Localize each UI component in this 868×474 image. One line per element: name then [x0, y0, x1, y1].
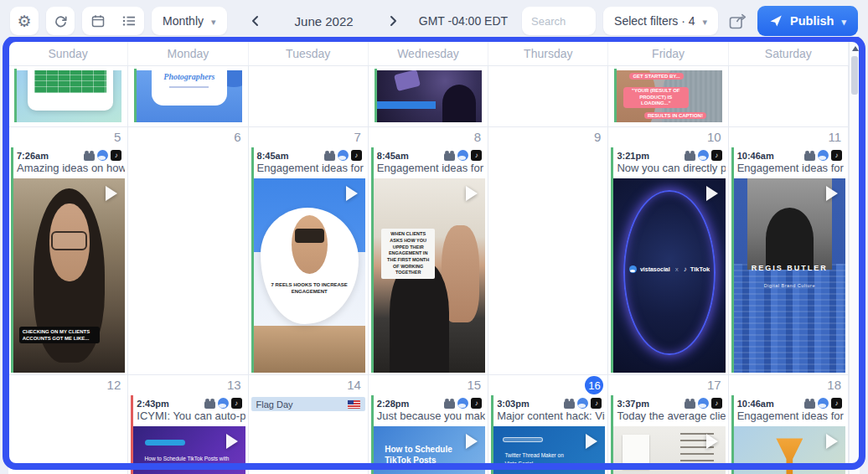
view-mode-dropdown[interactable]: Monthly	[152, 7, 227, 35]
post-icons: ♪	[804, 150, 842, 161]
post-header: 8:45am♪	[374, 147, 485, 162]
date-row: 15	[369, 375, 488, 395]
post-thumbnail[interactable]: 7 REELS HOOKS TO INCREASE ENGAGEMENT	[254, 178, 365, 373]
search-input[interactable]	[522, 7, 596, 35]
post-item[interactable]: 3:21pm♪Now you can directly p...vistasoc…	[611, 147, 725, 373]
decor	[51, 231, 87, 250]
date-label: 13	[227, 378, 241, 394]
calendar-cell[interactable]	[488, 66, 608, 127]
post-item[interactable]: 7:26am♪Amazing ideas on how ...CHECKING …	[11, 147, 125, 373]
post-thumbnail[interactable]: vistasocialX♪TikTok	[613, 178, 725, 373]
calendar-cell[interactable]: 12	[8, 375, 128, 474]
video-camera-icon	[444, 153, 455, 161]
chevron-down-icon	[703, 14, 708, 28]
post-time: 10:46am	[737, 151, 774, 161]
day-header: Saturday	[729, 41, 849, 65]
day-header: Tuesday	[249, 41, 369, 65]
post-thumbnail[interactable]: How to Schedule TikTok Posts with Vista …	[133, 426, 245, 474]
calendar-cell[interactable]: 163:03pm♪Major content hack: Vis...Twitt…	[488, 375, 608, 474]
calendar-cell[interactable]	[369, 66, 488, 127]
post-thumbnail[interactable]	[734, 426, 845, 474]
calendar-cell[interactable]: 78:45am♪Engagement ideas for ...7 REELS …	[249, 127, 369, 375]
post-item[interactable]: Photographers	[134, 69, 241, 122]
play-icon	[106, 186, 117, 201]
calendar-cell[interactable]	[249, 66, 369, 127]
post-item[interactable]: 2:28pm♪Just because you mak...How to Sch…	[371, 395, 485, 474]
post-item[interactable]: 8:45am♪Engagement ideas for ...WHEN CLIE…	[371, 147, 485, 373]
view-mode-label: Monthly	[163, 14, 204, 28]
post-thumbnail[interactable]: CHECKING ON MY CLIENTS ACCOUNTS GOT ME L…	[13, 178, 125, 373]
post-thumbnail[interactable]: WHEN CLIENTS ASKS HOW YOU UPPED THEIR EN…	[374, 178, 485, 373]
calendar-cell[interactable]: 57:26am♪Amazing ideas on how ...CHECKING…	[8, 127, 128, 375]
thumbnail-caption: How to Schedule TikTok Posts	[385, 444, 456, 466]
filters-dropdown[interactable]: Select filters · 4	[603, 7, 718, 35]
vertical-scrollbar[interactable]	[849, 41, 860, 474]
calendar-cell[interactable]: 6	[128, 127, 248, 375]
post-item[interactable]: 10:46am♪Engagement ideas for ...REGIS BU…	[731, 147, 845, 373]
calendar-cell[interactable]: 88:45am♪Engagement ideas for ...WHEN CLI…	[369, 127, 488, 375]
badge-pill	[503, 437, 543, 442]
post-thumbnail[interactable]: REGIS BUTLERDigital Brand Culture	[734, 178, 845, 373]
settings-button[interactable]: ⚙	[10, 7, 39, 35]
today-date-badge: 16	[585, 376, 603, 394]
holiday-event[interactable]: Flag Day	[251, 397, 365, 411]
post-title: Engagement ideas for ...	[734, 162, 845, 177]
date-row: 11	[729, 127, 848, 147]
post-thumbnail[interactable]	[613, 426, 725, 474]
calendar-cell[interactable]: 152:28pm♪Just because you mak...How to S…	[369, 375, 488, 474]
next-month-button[interactable]	[386, 12, 400, 30]
calendar-cell[interactable]: 132:43pm♪ICYMI: You can auto-p...How to …	[128, 375, 248, 474]
post-item[interactable]: 10:46am♪Engagement ideas for ...	[731, 395, 845, 474]
calendar-cell[interactable]: GET STARTED BY..."YOUR (RESULT OF PRODUC…	[608, 66, 728, 127]
calendar-cell[interactable]: 103:21pm♪Now you can directly p...vistas…	[608, 127, 728, 375]
calendar-cell[interactable]: 1810:46am♪Engagement ideas for ...	[729, 375, 849, 474]
export-button[interactable]	[726, 10, 750, 33]
calendar-view-button[interactable]	[82, 7, 113, 35]
post-item[interactable]: 3:03pm♪Major content hack: Vis...Twitter…	[491, 395, 605, 474]
thumbnail-caption: 7 REELS HOOKS TO INCREASE ENGAGEMENT	[269, 281, 349, 296]
post-item[interactable]	[14, 69, 121, 122]
calendar-cell[interactable]: 1110:46am♪Engagement ideas for ...REGIS …	[729, 127, 849, 375]
date-label: 8	[474, 130, 481, 146]
us-flag-icon	[348, 400, 360, 409]
calendar-cell[interactable]	[8, 66, 128, 127]
post-title: Now you can directly p...	[613, 162, 725, 177]
decor	[734, 264, 845, 373]
vistasocial-logo-icon	[629, 265, 637, 273]
calendar-cell[interactable]: 9	[488, 127, 608, 375]
list-view-button[interactable]	[113, 7, 144, 35]
scrollbar-thumb[interactable]	[851, 56, 858, 95]
post-thumbnail[interactable]: GET STARTED BY..."YOUR (RESULT OF PRODUC…	[617, 70, 721, 122]
thumbnail-caption: TikTok	[690, 265, 710, 273]
post-thumbnail[interactable]: Photographers	[137, 70, 241, 122]
post-thumbnail[interactable]	[17, 70, 121, 122]
post-time: 3:03pm	[497, 399, 530, 409]
prev-month-button[interactable]	[248, 12, 262, 30]
thumbnail-caption: GET STARTED BY...	[629, 73, 683, 80]
calendar-cell[interactable]: Photographers	[128, 66, 248, 127]
post-time: 3:21pm	[617, 151, 649, 161]
calendar-cell[interactable]: 173:37pm♪Today the average clie...	[608, 375, 728, 474]
publish-button[interactable]: Publish	[757, 6, 858, 36]
post-icons: ♪	[685, 398, 722, 409]
date-label: 17	[707, 378, 721, 394]
post-item[interactable]: GET STARTED BY..."YOUR (RESULT OF PRODUC…	[614, 69, 721, 122]
tiktok-icon: ♪	[471, 150, 482, 161]
refresh-button[interactable]	[46, 7, 75, 35]
post-item[interactable]: 2:43pm♪ICYMI: You can auto-p...How to Sc…	[131, 395, 245, 474]
thumbnail-caption: RESULTS IN CAPTION!	[644, 112, 706, 119]
calendar-week-row: PhotographersGET STARTED BY..."YOUR (RES…	[8, 66, 849, 127]
post-thumbnail[interactable]	[377, 70, 482, 122]
date-row: 13	[128, 375, 247, 395]
scroll-up-arrow-icon[interactable]	[852, 46, 859, 51]
calendar-cell[interactable]: 14Flag Day	[249, 375, 369, 474]
calendar-cell[interactable]	[729, 66, 849, 127]
post-item[interactable]: 8:45am♪Engagement ideas for ...7 REELS H…	[251, 147, 365, 373]
date-label: 9	[594, 130, 601, 146]
post-thumbnail[interactable]: How to Schedule TikTok Posts	[374, 426, 485, 474]
post-item[interactable]	[375, 69, 482, 122]
chevron-right-icon	[390, 15, 397, 27]
post-icons: ♪	[804, 398, 842, 409]
post-thumbnail[interactable]: Twitter Thread Maker on Vista Social	[493, 426, 605, 474]
post-item[interactable]: 3:37pm♪Today the average clie...	[611, 395, 725, 474]
